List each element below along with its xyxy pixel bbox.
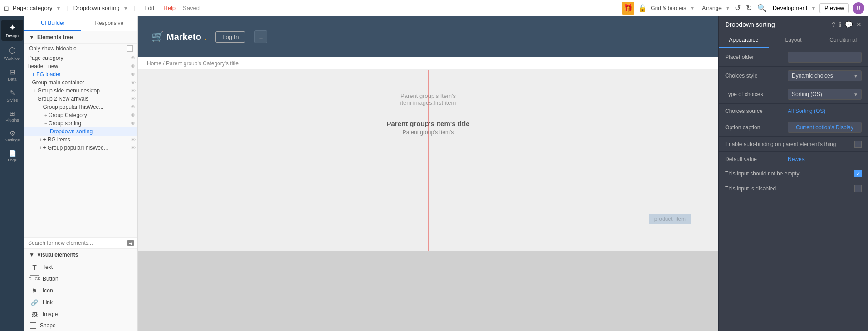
default-value-link[interactable]: Newest [788,156,806,162]
sidebar-item-plugins[interactable]: ⊞ Plugins [1,107,23,125]
visual-elements-toggle[interactable]: ▼ [29,252,34,258]
group-main-eye: 👁 [131,80,136,85]
disabled-checkbox[interactable] [854,185,862,192]
ve-image[interactable]: 🖼 Image [24,308,137,320]
sidebar-item-workflow[interactable]: ⬡ Workflow [1,43,23,63]
tree-page-category[interactable]: Page category 👁 [24,54,137,62]
tree-group-popular[interactable]: − Group popularThisWee... 👁 [24,103,137,111]
logo-icon: 🛒 [151,31,164,43]
redo-icon[interactable]: ↻ [745,3,753,13]
sidebar-item-data[interactable]: ⊟ Data [1,65,23,84]
development-button[interactable]: Development [773,5,808,11]
tree-header-new[interactable]: header_new 👁 [24,62,137,70]
only-show-label: Only show hideable [29,45,77,52]
visual-elements-list: T Text CLICK Button ⚑ Icon 🔗 Link 🖼 Imag… [24,261,137,331]
design-label: Design [6,34,19,38]
tab-ui-builder[interactable]: UI Builder [24,16,81,31]
type-choices-select[interactable]: Sorting (OS) [788,89,862,100]
topbar-page-chevron[interactable]: ▼ [56,5,61,11]
elements-tree: Page category 👁 header_new 👁 + FG loader… [24,54,137,237]
tree-fg-loader[interactable]: + FG loader 👁 [24,70,137,78]
choices-style-select[interactable]: Dynamic choices [788,70,862,81]
icon-icon: ⚑ [30,287,39,294]
tree-dropdown-sorting[interactable]: Dropdown sorting [24,127,137,136]
help-button[interactable]: Help [161,5,177,11]
ve-text[interactable]: T Text [24,261,137,273]
rp-tab-appearance[interactable]: Appearance [719,33,769,48]
canvas-login-button[interactable]: Log In [215,31,245,43]
tree-group-new-arrivals[interactable]: − Group 2 New arrivals 👁 [24,95,137,103]
preview-button[interactable]: Preview [819,3,849,13]
option-caption-label: Option caption [725,124,784,131]
comment-icon[interactable]: 💬 [845,21,853,28]
plugins-label: Plugins [5,118,19,122]
tree-rg-items[interactable]: + + RG items 👁 [24,136,137,144]
ve-link[interactable]: 🔗 Link [24,297,137,308]
logs-label: Logs [8,158,17,162]
rp-choices-style-row: Choices style Dynamic choices ▼ [719,67,868,85]
group-arrivals-eye: 👁 [131,96,136,102]
canvas-icon-button[interactable]: ≡ [254,30,267,43]
default-value-value: Newest [788,156,862,162]
search-icon[interactable]: 🔍 [756,3,767,13]
ve-shape[interactable]: Shape [24,320,137,331]
sidebar-item-styles[interactable]: ✎ Styles [1,86,23,105]
tree-group-popular2[interactable]: + + Group popularThisWee... 👁 [24,144,137,152]
rp-tab-conditional[interactable]: Conditional [818,33,868,48]
ve-button[interactable]: CLICK Button [24,273,137,285]
rp-tab-layout[interactable]: Layout [769,33,819,48]
collapse-panel-button[interactable]: ◀ [127,240,134,246]
elements-tree-toggle[interactable]: ▼ [29,34,34,40]
option-caption-btn[interactable]: Current option's Display [788,122,862,133]
header-new-eye: 👁 [131,63,136,69]
close-icon[interactable]: ✕ [856,21,862,28]
sidebar-item-logs[interactable]: 📄 Logs [1,147,23,165]
tree-group-main[interactable]: − Group main container 👁 [24,78,137,87]
sidebar-item-design[interactable]: ✦ Design [1,20,23,41]
sidebar-item-settings[interactable]: ⚙ Settings [1,127,23,145]
placeholder-input[interactable] [788,52,862,63]
choices-source-link[interactable]: All Sorting (OS) [788,108,825,114]
gift-icon[interactable]: 🎁 [622,2,634,15]
help-circle-icon[interactable]: ? [832,21,835,28]
rp-choices-source-row: Choices source All Sorting (OS) [719,104,868,118]
group-side-expand-icon: + [34,88,36,93]
auto-binding-checkbox[interactable] [854,141,862,148]
tree-group-side-menu[interactable]: + Group side menu desktop 👁 [24,87,137,95]
type-choices-label: Type of choices [725,91,784,97]
ve-shape-label: Shape [40,322,56,329]
tree-group-category[interactable]: + Group Category 👁 [24,111,137,119]
group-sorting-eye: 👁 [131,121,136,126]
ve-icon-label: Icon [43,287,53,294]
right-panel-tabs: Appearance Layout Conditional [719,33,868,48]
right-panel-header: Dropdown sorting ? ℹ 💬 ✕ [719,16,868,33]
placeholder-value [788,52,862,63]
group-category-expand-icon: + [44,112,47,118]
grid-borders-button[interactable]: Grid & borders [651,5,686,11]
disabled-label: This input is disabled [725,185,854,192]
workflow-icon: ⬡ [9,45,16,55]
data-icon: ⊟ [10,68,15,76]
grid-borders-chevron[interactable]: ▼ [690,5,695,11]
arrange-button[interactable]: Arrange [702,5,722,11]
rg-items-eye: 👁 [131,137,136,142]
ve-icon[interactable]: ⚑ Icon [24,285,137,297]
option-caption-value: Current option's Display [788,122,862,133]
home-link[interactable]: Home [147,60,161,67]
ve-button-label: Button [43,276,59,282]
only-show-checkbox[interactable] [127,45,133,52]
not-empty-checkbox[interactable]: ✓ [854,170,862,177]
topbar-dropdown-chevron[interactable]: ▼ [123,5,128,11]
arrange-chevron[interactable]: ▼ [725,5,730,11]
development-chevron[interactable]: ▼ [811,5,816,11]
tree-group-sorting[interactable]: − Group sorting 👁 [24,119,137,127]
undo-icon[interactable]: ↺ [734,3,741,13]
button-icon: CLICK [30,275,39,282]
search-elements-input[interactable] [28,240,126,246]
workflow-label: Workflow [4,56,21,61]
info-icon[interactable]: ℹ [839,21,841,28]
tab-responsive[interactable]: Responsive [81,16,138,31]
header-new-label: header_new [28,63,58,69]
edit-button[interactable]: Edit [141,5,158,11]
right-panel: Dropdown sorting ? ℹ 💬 ✕ Appearance Layo… [718,16,868,331]
